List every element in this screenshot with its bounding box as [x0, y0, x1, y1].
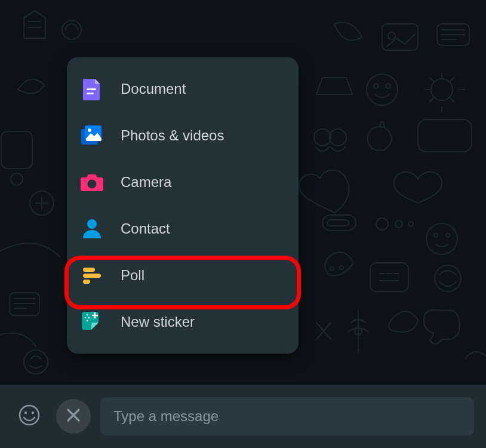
- svg-point-43: [20, 406, 39, 425]
- svg-point-42: [87, 320, 88, 322]
- attach-item-new-sticker[interactable]: New sticker: [67, 299, 299, 345]
- svg-point-39: [87, 314, 88, 316]
- svg-point-34: [88, 180, 97, 189]
- contact-icon: [80, 217, 104, 241]
- svg-point-35: [87, 219, 97, 229]
- sticker-icon: [80, 310, 104, 334]
- svg-rect-30: [87, 93, 94, 94]
- document-icon: [80, 77, 104, 101]
- svg-point-44: [24, 412, 27, 414]
- svg-point-11: [314, 129, 331, 146]
- svg-point-40: [85, 317, 87, 319]
- svg-point-23: [340, 266, 343, 269]
- svg-point-9: [386, 84, 390, 88]
- attach-item-poll[interactable]: Poll: [67, 252, 299, 299]
- svg-point-17: [395, 220, 402, 228]
- svg-point-41: [88, 317, 90, 319]
- message-input[interactable]: [113, 408, 461, 425]
- svg-point-22: [330, 267, 334, 271]
- svg-point-28: [24, 350, 48, 374]
- attach-item-camera[interactable]: Camera: [67, 159, 299, 205]
- attach-label: Contact: [121, 220, 170, 237]
- svg-rect-38: [83, 280, 90, 284]
- attach-item-photos[interactable]: Photos & videos: [67, 112, 299, 159]
- attach-item-document[interactable]: Document: [67, 66, 299, 112]
- svg-point-45: [32, 412, 34, 414]
- svg-point-21: [446, 234, 450, 237]
- attach-label: Document: [121, 81, 186, 97]
- svg-rect-24: [370, 263, 408, 291]
- photos-icon: [80, 124, 104, 148]
- svg-rect-1: [1, 131, 32, 168]
- svg-point-25: [435, 265, 461, 291]
- svg-point-0: [62, 20, 81, 39]
- svg-point-19: [426, 223, 457, 254]
- emoji-icon: [17, 403, 41, 429]
- svg-rect-15: [327, 220, 349, 226]
- svg-point-18: [408, 222, 413, 226]
- svg-rect-29: [87, 88, 96, 90]
- svg-point-33: [88, 128, 91, 132]
- svg-point-5: [388, 32, 395, 39]
- close-icon: [66, 407, 81, 425]
- svg-point-12: [330, 129, 346, 146]
- attach-label: Photos & videos: [121, 127, 224, 144]
- svg-point-16: [376, 218, 388, 230]
- svg-point-8: [374, 84, 379, 88]
- message-input-container[interactable]: [100, 397, 474, 435]
- svg-rect-36: [83, 268, 95, 272]
- svg-rect-37: [83, 274, 101, 278]
- attach-label: Camera: [121, 174, 171, 191]
- svg-point-20: [434, 234, 438, 237]
- message-input-bar: [0, 385, 486, 448]
- close-attachment-button[interactable]: [56, 399, 91, 434]
- svg-rect-13: [418, 119, 472, 152]
- camera-icon: [80, 170, 104, 194]
- attach-label: Poll: [121, 267, 144, 284]
- svg-point-2: [11, 173, 23, 185]
- attach-item-contact[interactable]: Contact: [67, 205, 299, 252]
- svg-point-7: [367, 74, 398, 105]
- attachment-menu: Document Photos & videos Camera: [67, 57, 299, 354]
- emoji-button[interactable]: [12, 399, 47, 434]
- attach-label: New sticker: [121, 314, 195, 330]
- poll-icon: [80, 263, 104, 287]
